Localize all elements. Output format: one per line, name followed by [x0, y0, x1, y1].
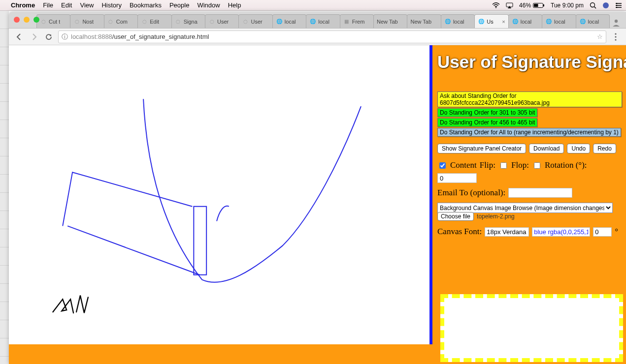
svg-rect-4 [543, 4, 544, 6]
show-signature-panel-creator-button[interactable]: Show Signature Panel Creator [437, 144, 526, 153]
globe-icon: 🌐 [444, 18, 451, 25]
tab-label: local [588, 19, 599, 25]
svg-point-15 [615, 20, 618, 23]
canvas-rotation-input[interactable] [593, 227, 612, 237]
browser-toolbar: ⓘ localhost:8888/user_of_signature_signa… [9, 29, 626, 45]
close-icon[interactable]: × [502, 19, 505, 25]
tab-1[interactable]: ◌Nost [70, 14, 104, 28]
profile-avatar-button[interactable] [609, 18, 623, 28]
globe-icon: 🌐 [276, 18, 283, 25]
tab-3[interactable]: ◌Edit [137, 14, 171, 28]
tab-16[interactable]: 🌐local [576, 14, 610, 28]
undo-button[interactable]: Undo [567, 144, 590, 153]
back-button[interactable] [14, 31, 25, 42]
signature-drawing [9, 45, 429, 353]
svg-rect-20 [194, 207, 206, 275]
address-bar[interactable]: ⓘ localhost:8888/user_of_signature_signa… [58, 30, 606, 43]
tab-5[interactable]: ◌User [205, 14, 239, 28]
rotation-input[interactable] [437, 173, 477, 183]
notification-center-icon[interactable] [615, 2, 622, 8]
menu-history[interactable]: History [101, 1, 121, 9]
dock-edge [0, 11, 9, 364]
degree-symbol: ° [615, 227, 618, 237]
flop-label: Flop: [511, 160, 529, 170]
tab-label: User [251, 19, 262, 25]
tab-15[interactable]: 🌐local [542, 14, 576, 28]
globe-icon: 🌐 [579, 18, 586, 25]
flop-checkbox[interactable] [534, 162, 540, 169]
tab-13[interactable]: 🌐Us× [474, 14, 508, 28]
menubar-clock[interactable]: Tue 9:00 pm [551, 2, 584, 9]
redo-button[interactable]: Redo [593, 144, 616, 153]
menu-help[interactable]: Help [228, 1, 241, 9]
canvas-font-input[interactable] [485, 227, 529, 237]
signature-canvas[interactable] [9, 45, 432, 344]
tab-11[interactable]: New Tab [407, 14, 441, 28]
tab-14[interactable]: 🌐local [508, 14, 542, 28]
wifi-icon[interactable] [492, 2, 500, 8]
window-minimize-button[interactable] [24, 17, 30, 23]
svg-point-14 [616, 6, 618, 8]
page-viewport: User of Signature Signature Ask about St… [9, 45, 626, 364]
menu-app[interactable]: Chrome [11, 1, 35, 9]
window-close-button[interactable] [14, 17, 20, 23]
choose-file-button[interactable]: Choose file [437, 212, 474, 221]
svg-point-13 [616, 4, 618, 6]
tab-0[interactable]: ◌Cut t [36, 14, 70, 28]
svg-point-18 [615, 36, 616, 37]
do-standing-order-456-button[interactable]: Do Standing Order for 456 to 465 bit [437, 118, 537, 127]
reload-button[interactable] [43, 31, 54, 42]
flip-checkbox[interactable] [500, 162, 507, 169]
download-button[interactable]: Download [529, 144, 564, 153]
tab-8[interactable]: 🌐local [306, 14, 340, 28]
spotlight-icon[interactable] [590, 2, 596, 9]
globe-icon: 🌐 [478, 18, 485, 25]
globe-icon: 🌐 [309, 18, 316, 25]
chrome-menu-button[interactable] [610, 31, 621, 42]
tab-label: Edit [150, 19, 159, 25]
preview-dropzone[interactable] [440, 294, 623, 362]
do-standing-order-all-button[interactable]: Do Standing Order for All to (range incr… [437, 128, 621, 137]
svg-point-8 [603, 2, 609, 8]
canvas-color-input[interactable] [532, 227, 590, 237]
ask-standing-order-button[interactable]: Ask about Standing Order for 6807d5fcfcc… [437, 91, 622, 107]
globe-icon: ◌ [242, 18, 249, 25]
globe-icon: ◌ [141, 18, 148, 25]
menu-people[interactable]: People [169, 1, 189, 9]
menu-file[interactable]: File [43, 1, 53, 9]
globe-icon: ◌ [175, 18, 182, 25]
email-input[interactable] [508, 188, 572, 198]
menu-edit[interactable]: Edit [61, 1, 72, 9]
menu-bookmarks[interactable]: Bookmarks [130, 1, 162, 9]
menu-view[interactable]: View [80, 1, 94, 9]
tab-9[interactable]: ▦Frem [340, 14, 374, 28]
standing-order-actions: Ask about Standing Order for 6807d5fcfcc… [437, 91, 622, 137]
content-checkbox[interactable] [439, 162, 446, 169]
bookmark-star-icon[interactable]: ☆ [597, 33, 603, 40]
tab-7[interactable]: 🌐local [272, 14, 306, 28]
tab-4[interactable]: ◌Signa [171, 14, 205, 28]
canvas-footer-strip [9, 344, 432, 364]
globe-icon: ◌ [73, 18, 80, 25]
menu-window[interactable]: Window [197, 1, 220, 9]
canvas-font-row: Canvas Font: ° [437, 227, 622, 237]
url-port: :8888 [96, 33, 112, 40]
globe-icon: ◌ [40, 18, 47, 25]
url-host: localhost [71, 33, 96, 40]
battery-status[interactable]: 46% [519, 2, 545, 9]
site-info-icon[interactable]: ⓘ [62, 32, 68, 41]
window-zoom-button[interactable] [33, 17, 39, 23]
tab-10[interactable]: New Tab [373, 14, 407, 28]
airplay-icon[interactable] [506, 2, 513, 8]
do-standing-order-301-button[interactable]: Do Standing Order for 301 to 305 bit [437, 108, 537, 117]
tab-label: New Tab [410, 19, 431, 25]
tab-label: Com [116, 19, 128, 25]
tab-6[interactable]: ◌User [238, 14, 272, 28]
siri-icon[interactable] [602, 2, 609, 9]
tab-12[interactable]: 🌐local [441, 14, 475, 28]
forward-button[interactable] [29, 31, 39, 42]
svg-point-6 [591, 2, 595, 7]
chosen-file-name: topelem-2.png [477, 213, 515, 220]
tab-2[interactable]: ◌Com [104, 14, 138, 28]
background-image-select[interactable]: Background Canvas Image Browse (Image di… [437, 203, 613, 213]
